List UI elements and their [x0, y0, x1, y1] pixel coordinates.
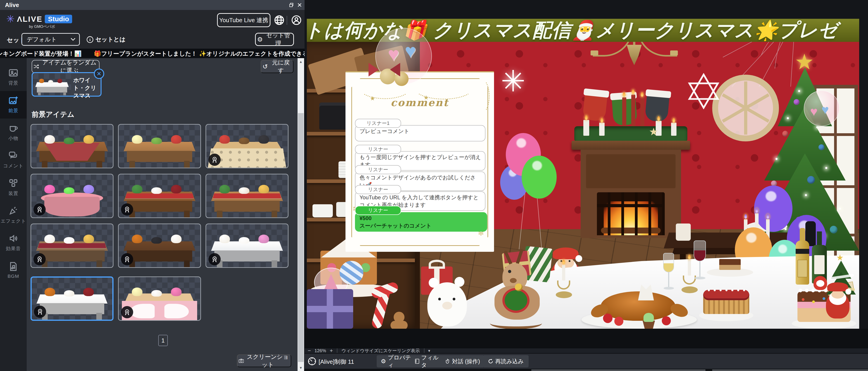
interact-button[interactable]: 対話 (操作) [441, 355, 484, 367]
purple-present [307, 289, 353, 329]
sidebar-nav: 背景前景小物コメント装置エフェクト効果音BGM [0, 58, 27, 371]
set-manage-button[interactable]: ⚙セット管理 [255, 33, 294, 46]
sidebar-item-sound[interactable]: 効果音 [0, 229, 27, 257]
foreground-item-thumbnail-3[interactable] [206, 124, 288, 168]
member-badge-icon [34, 306, 46, 318]
polar-bear-plush [427, 280, 467, 326]
scrollbar-thumb[interactable] [298, 113, 304, 362]
set-select-dropdown[interactable]: デフォルト [22, 33, 80, 46]
reload-icon [488, 359, 493, 364]
panel-scrollbar[interactable]: ▲ ▼ [298, 58, 304, 371]
set-select-value: デフォルト [27, 35, 70, 44]
scroll-down-arrow[interactable]: ▼ [298, 364, 304, 371]
random-item-button[interactable]: アイテムをランダムに選ぶ [32, 60, 99, 73]
device-icon [8, 178, 18, 189]
balloon-green [522, 155, 557, 199]
undo-button[interactable]: ↺ 元に戻す [261, 60, 293, 73]
firebox [597, 192, 665, 235]
white-wine-glass [662, 253, 675, 294]
bgm-icon [8, 262, 18, 272]
comment-user: リスナー [355, 165, 401, 174]
header-divider [287, 16, 287, 25]
notice-marquee: ンキングボード装置が登場！📊🎁フリープランがスタートしました！✨オリジナルのエフ… [0, 49, 305, 58]
foreground-item-thumbnail-4[interactable] [31, 174, 114, 218]
sidebar-item-bgm[interactable]: BGM [0, 257, 27, 284]
member-badge-icon [121, 306, 133, 318]
set-bar: セット : デフォルト セットとは ⚙セット管理 [0, 31, 305, 49]
close-icon[interactable] [296, 2, 303, 8]
foreground-item-thumbnail-9[interactable] [206, 224, 288, 268]
roast-turkey [582, 291, 697, 329]
notice-item: ✨オリジナルのエフェクトを作成できるようになりまし [199, 50, 305, 58]
zoom-in-button[interactable]: + [330, 347, 333, 354]
sidebar-item-props[interactable]: 小物 [0, 118, 27, 146]
foreground-item-thumbnail-1[interactable] [31, 124, 114, 168]
zoom-out-button[interactable]: − [308, 347, 311, 354]
santa-figurine [824, 282, 851, 318]
remove-selected-item-button[interactable]: ✕ [94, 68, 104, 79]
camera-icon [239, 358, 244, 364]
account-icon[interactable] [291, 15, 302, 26]
fire-grate [597, 192, 665, 235]
foreground-item-thumbnail-11[interactable] [118, 277, 201, 321]
scaling-caret[interactable]: ▼ [428, 349, 431, 353]
comment-text: ¥500スーパーチャットのコメント [355, 212, 487, 232]
member-badge-icon [209, 153, 221, 166]
comment-user: リスナー [355, 206, 401, 215]
source-name: [Alive]制御 11 [318, 358, 354, 366]
foreground-item-thumbnail-2[interactable] [118, 124, 201, 168]
foreground-item-thumbnail-6[interactable] [206, 174, 288, 218]
language-globe-icon[interactable] [274, 15, 284, 26]
props-icon [8, 123, 18, 134]
background-icon [8, 68, 18, 79]
info-icon [86, 36, 94, 43]
comment-icon [8, 151, 18, 161]
screenshot-button[interactable]: スクリーンショット [237, 354, 291, 367]
foreground-item-thumbnail-5[interactable] [118, 174, 201, 218]
selected-item-chip[interactable]: ホワイト・クリスマス ✕ [32, 72, 101, 96]
set-info-link[interactable]: セットとは [86, 35, 125, 44]
sidebar-item-device[interactable]: 装置 [0, 174, 27, 201]
preview-zoom-bar: − 126% + ウィンドウサイズにスケーリング表示 ▼ [305, 348, 868, 353]
sidebar-item-background[interactable]: 背景 [0, 63, 27, 91]
filter-button[interactable]: フィルタ [411, 355, 446, 367]
selected-item-name: ホワイト・クリスマス [73, 76, 100, 99]
pink-heart: ♥ [388, 43, 399, 65]
foreground-item-thumbnail-8[interactable] [118, 224, 201, 268]
mug [676, 224, 691, 241]
zoom-level: 126% [314, 348, 326, 353]
member-badge-icon [121, 203, 133, 216]
hand-pointer-icon [446, 358, 450, 364]
restore-window-icon[interactable] [288, 2, 295, 8]
notice-item: ンキングボード装置が登場！📊 [0, 50, 82, 58]
page-number-button[interactable]: 1 [158, 335, 168, 346]
preview-control-bar: [Alive]制御 11 ⚙プロパティ フィルタ 対話 (操作) 再読み込み [305, 354, 868, 369]
youtube-live-link-button[interactable]: YouTube Live 連携 [217, 13, 271, 27]
foreground-item-thumbnail-10[interactable] [31, 277, 114, 321]
sidebar-item-foreground[interactable]: 前景 [0, 91, 27, 118]
bottom-edge [305, 369, 868, 371]
pink-bubble-hearts: ♥ ♥ [804, 90, 840, 143]
reindeer-bell [515, 283, 523, 291]
shelf-cups [312, 204, 333, 218]
member-badge-icon [33, 203, 46, 216]
blue-ball-ornament [340, 259, 365, 285]
reload-button[interactable]: 再読み込み [483, 355, 529, 367]
comment-list: リスナー1プレビューコメントリスナーもう一度同じデザインを押すとプレビューが消え… [345, 73, 494, 252]
sidebar-item-effect[interactable]: エフェクト [0, 201, 27, 229]
alive-studio-logo: ✳ ΛLIVE Studio [6, 14, 72, 24]
logo-byline: by GMOペパボ [29, 24, 55, 29]
star-of-david-light [687, 73, 721, 109]
filter-icon [415, 358, 420, 364]
foreground-item-thumbnail-7[interactable] [31, 224, 114, 268]
gingerbread-man [388, 312, 410, 329]
berry-tart [699, 286, 753, 322]
sparkle-light: ✳ [501, 64, 525, 98]
scroll-up-arrow[interactable]: ▲ [298, 58, 304, 65]
scaling-mode-label[interactable]: ウィンドウサイズにスケーリング表示 [341, 348, 420, 354]
sound-icon [8, 234, 18, 244]
champagne-bottle [794, 228, 811, 285]
selected-item-thumbnail [33, 74, 71, 95]
shuffle-icon [33, 63, 39, 69]
sidebar-item-comment[interactable]: コメント [0, 146, 27, 174]
